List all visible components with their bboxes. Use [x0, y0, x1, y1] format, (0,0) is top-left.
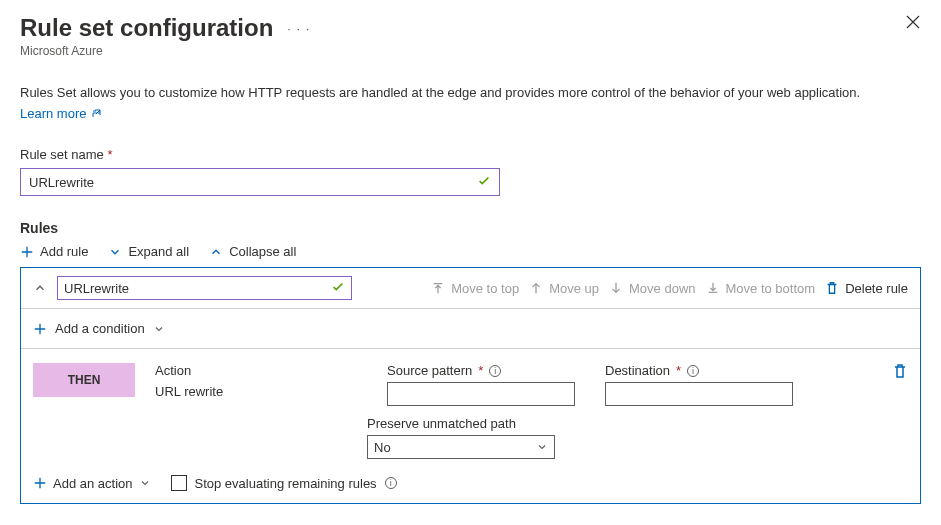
- info-icon[interactable]: i: [687, 365, 699, 377]
- destination-label: Destination: [605, 363, 670, 378]
- preserve-select[interactable]: No: [367, 435, 555, 459]
- rule-name-value: URLrewrite: [64, 281, 129, 296]
- collapse-all-button[interactable]: Collapse all: [209, 244, 296, 259]
- then-badge: THEN: [33, 363, 135, 397]
- rules-heading: Rules: [20, 220, 921, 236]
- info-icon[interactable]: i: [489, 365, 501, 377]
- chevron-down-icon: [108, 245, 122, 259]
- arrow-up-icon: [529, 281, 543, 295]
- destination-input[interactable]: [605, 382, 793, 406]
- info-icon[interactable]: i: [385, 477, 397, 489]
- check-icon: [477, 174, 491, 191]
- add-action-button[interactable]: Add an action: [33, 476, 151, 491]
- check-icon: [331, 280, 345, 297]
- arrow-down-icon: [609, 281, 623, 295]
- move-to-bottom-button[interactable]: Move to bottom: [706, 281, 816, 296]
- action-label: Action: [155, 363, 295, 378]
- add-rule-button[interactable]: Add rule: [20, 244, 88, 259]
- delete-action-button[interactable]: [892, 363, 908, 382]
- chevron-down-icon: [536, 441, 548, 453]
- arrow-bottom-icon: [706, 281, 720, 295]
- source-pattern-input[interactable]: [387, 382, 575, 406]
- stop-evaluating-checkbox[interactable]: [171, 475, 187, 491]
- trash-icon: [892, 363, 908, 379]
- description-text: Rules Set allows you to customize how HT…: [20, 84, 921, 102]
- ruleset-name-value: URLrewrite: [29, 175, 94, 190]
- arrow-top-icon: [431, 281, 445, 295]
- page-subtitle: Microsoft Azure: [20, 44, 310, 58]
- preserve-label: Preserve unmatched path: [367, 416, 908, 431]
- page-title: Rule set configuration: [20, 14, 273, 42]
- source-pattern-label: Source pattern: [387, 363, 472, 378]
- add-condition-label: Add a condition: [55, 321, 145, 336]
- chevron-up-icon: [209, 245, 223, 259]
- more-icon[interactable]: · · ·: [287, 21, 310, 36]
- plus-icon: [20, 245, 34, 259]
- ruleset-name-input[interactable]: URLrewrite: [20, 168, 500, 196]
- stop-evaluating-label: Stop evaluating remaining rules: [195, 476, 377, 491]
- chevron-down-icon: [139, 477, 151, 489]
- learn-more-label: Learn more: [20, 106, 86, 121]
- delete-rule-button[interactable]: Delete rule: [825, 281, 908, 296]
- rule-header: URLrewrite Move to top Move up Move down…: [21, 268, 920, 309]
- close-button[interactable]: [905, 14, 921, 33]
- move-to-top-button[interactable]: Move to top: [431, 281, 519, 296]
- move-up-button[interactable]: Move up: [529, 281, 599, 296]
- preserve-value: No: [374, 440, 391, 455]
- rule-name-input[interactable]: URLrewrite: [57, 276, 352, 300]
- action-value: URL rewrite: [155, 384, 295, 399]
- collapse-rule-icon[interactable]: [33, 281, 47, 295]
- learn-more-link[interactable]: Learn more: [20, 106, 102, 121]
- trash-icon: [825, 281, 839, 295]
- rule-card: URLrewrite Move to top Move up Move down…: [20, 267, 921, 504]
- chevron-down-icon: [153, 323, 165, 335]
- close-icon: [905, 14, 921, 30]
- external-link-icon: [90, 108, 102, 120]
- ruleset-name-label: Rule set name *: [20, 147, 921, 162]
- plus-icon: [33, 476, 47, 490]
- add-condition-row[interactable]: Add a condition: [21, 309, 920, 349]
- plus-icon: [33, 322, 47, 336]
- expand-all-button[interactable]: Expand all: [108, 244, 189, 259]
- move-down-button[interactable]: Move down: [609, 281, 695, 296]
